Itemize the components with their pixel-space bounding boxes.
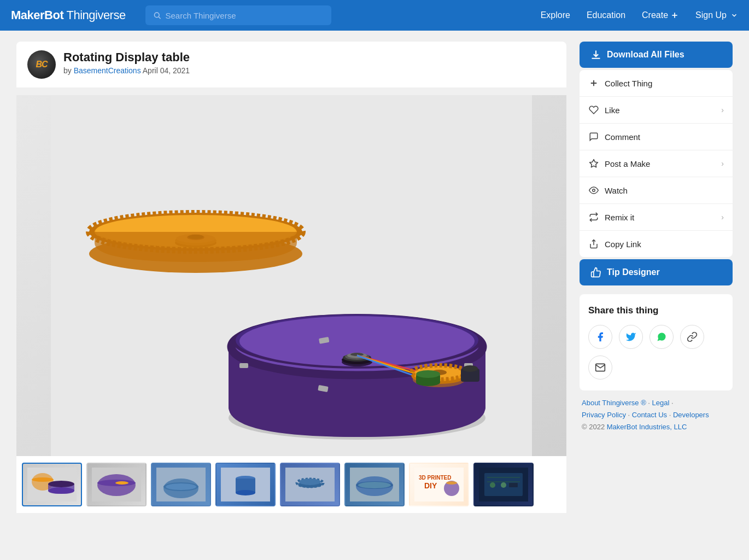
download-all-button[interactable]: Download All Files xyxy=(580,42,733,68)
thumbnail-7[interactable]: 3D PRINTED DIY xyxy=(409,463,469,506)
avatar: BC xyxy=(27,50,56,79)
chevron-icon: › xyxy=(721,106,724,114)
svg-point-42 xyxy=(416,370,440,378)
eye-icon xyxy=(588,185,599,196)
whatsapp-icon xyxy=(656,331,667,342)
chevron-icon: › xyxy=(721,159,724,168)
svg-point-56 xyxy=(97,474,136,496)
nav-create[interactable]: Create xyxy=(642,10,679,20)
svg-rect-46 xyxy=(239,363,248,368)
thumbnail-4[interactable] xyxy=(215,463,276,506)
content-area: BC Rotating Display table by BasementCre… xyxy=(16,42,566,513)
svg-point-78 xyxy=(446,481,457,485)
make-icon xyxy=(588,158,599,169)
comment-item[interactable]: Comment xyxy=(580,124,733,150)
svg-point-61 xyxy=(166,483,196,490)
thing-meta: by BasementCreations April 04, 2021 xyxy=(63,66,190,75)
chevron-down-icon xyxy=(730,11,738,19)
thumbnail-1[interactable] xyxy=(22,463,82,506)
svg-point-53 xyxy=(48,481,74,487)
nav-signup[interactable]: Sign Up xyxy=(695,10,738,20)
svg-line-1 xyxy=(159,17,160,19)
contact-link[interactable]: Contact Us xyxy=(632,411,667,419)
email-share-button[interactable] xyxy=(588,355,612,380)
action-list: Collect Thing Like › xyxy=(580,70,733,257)
heart-icon xyxy=(588,104,599,115)
site-logo: MakerBot Thingiverse xyxy=(11,8,126,22)
email-icon xyxy=(595,362,606,373)
image-viewer: 3D PRINTED DIY xyxy=(16,95,566,513)
search-input[interactable] xyxy=(166,11,324,20)
main-content: BC Rotating Display table by BasementCre… xyxy=(0,31,749,524)
footer-links: About Thingiverse ® · Legal · Privacy Po… xyxy=(580,393,733,438)
twitter-icon xyxy=(625,331,636,342)
search-icon xyxy=(153,11,161,20)
svg-point-89 xyxy=(593,189,595,192)
share-section: Share this thing xyxy=(580,294,733,390)
svg-marker-88 xyxy=(590,160,598,167)
facebook-share-button[interactable] xyxy=(588,325,612,349)
thing-header: BC Rotating Display table by BasementCre… xyxy=(16,42,566,88)
watch-item[interactable]: Watch xyxy=(580,177,733,204)
facebook-icon xyxy=(595,331,606,342)
remix-icon xyxy=(588,212,599,223)
chevron-icon: › xyxy=(721,213,724,221)
nav-explore[interactable]: Explore xyxy=(541,10,570,20)
svg-point-83 xyxy=(490,482,495,488)
thing-title: Rotating Display table xyxy=(63,50,190,65)
privacy-link[interactable]: Privacy Policy xyxy=(582,411,626,419)
svg-point-65 xyxy=(236,490,255,495)
post-make-item[interactable]: Post a Make › xyxy=(580,150,733,177)
link-share-button[interactable] xyxy=(680,325,704,349)
share-title: Share this thing xyxy=(588,305,724,316)
whatsapp-share-button[interactable] xyxy=(649,325,674,349)
author-link[interactable]: BasementCreations xyxy=(74,66,141,75)
svg-text:DIY: DIY xyxy=(424,481,437,490)
share-icon xyxy=(588,238,599,249)
svg-point-0 xyxy=(154,13,159,18)
nav-education[interactable]: Education xyxy=(587,10,625,20)
thumbnail-5[interactable] xyxy=(280,463,340,506)
company-link[interactable]: MakerBot Industries, LLC xyxy=(607,423,687,431)
legal-link[interactable]: Legal xyxy=(652,399,670,407)
sidebar: Download All Files Collect Thing xyxy=(580,42,733,513)
thumbnail-8[interactable] xyxy=(473,463,534,506)
plus-icon xyxy=(588,78,599,89)
share-icons xyxy=(588,325,724,380)
copy-link-item[interactable]: Copy Link xyxy=(580,231,733,257)
thumbnail-2[interactable] xyxy=(86,463,147,506)
thumbnail-strip: 3D PRINTED DIY xyxy=(16,456,566,513)
copyright-symbol: © 2022 xyxy=(582,423,605,431)
site-header: MakerBot Thingiverse Explore Education C… xyxy=(0,0,749,31)
thumbnail-3[interactable] xyxy=(151,463,211,506)
search-bar[interactable] xyxy=(145,5,331,25)
svg-point-69 xyxy=(299,479,321,485)
thumbnail-6[interactable] xyxy=(344,463,405,506)
thing-title-area: Rotating Display table by BasementCreati… xyxy=(63,50,190,75)
thumbsup-icon xyxy=(590,267,601,278)
link-icon xyxy=(687,331,698,342)
download-icon xyxy=(590,49,601,60)
developers-link[interactable]: Developers xyxy=(673,411,709,419)
about-link[interactable]: About Thingiverse ® xyxy=(582,399,646,407)
main-image xyxy=(16,95,566,456)
svg-point-84 xyxy=(501,482,506,488)
svg-rect-85 xyxy=(509,483,518,487)
main-nav: Explore Education Create Sign Up xyxy=(541,10,738,20)
tip-designer-button[interactable]: Tip Designer xyxy=(580,259,733,285)
collect-thing-item[interactable]: Collect Thing xyxy=(580,70,733,97)
twitter-share-button[interactable] xyxy=(619,325,643,349)
plus-icon xyxy=(670,11,679,20)
like-item[interactable]: Like › xyxy=(580,97,733,124)
comment-icon xyxy=(588,131,599,142)
svg-point-73 xyxy=(358,482,391,488)
svg-text:3D PRINTED: 3D PRINTED xyxy=(419,475,451,481)
svg-point-48 xyxy=(463,365,478,372)
3d-scene xyxy=(16,95,566,456)
svg-point-57 xyxy=(115,481,128,485)
remix-item[interactable]: Remix it › xyxy=(580,204,733,231)
